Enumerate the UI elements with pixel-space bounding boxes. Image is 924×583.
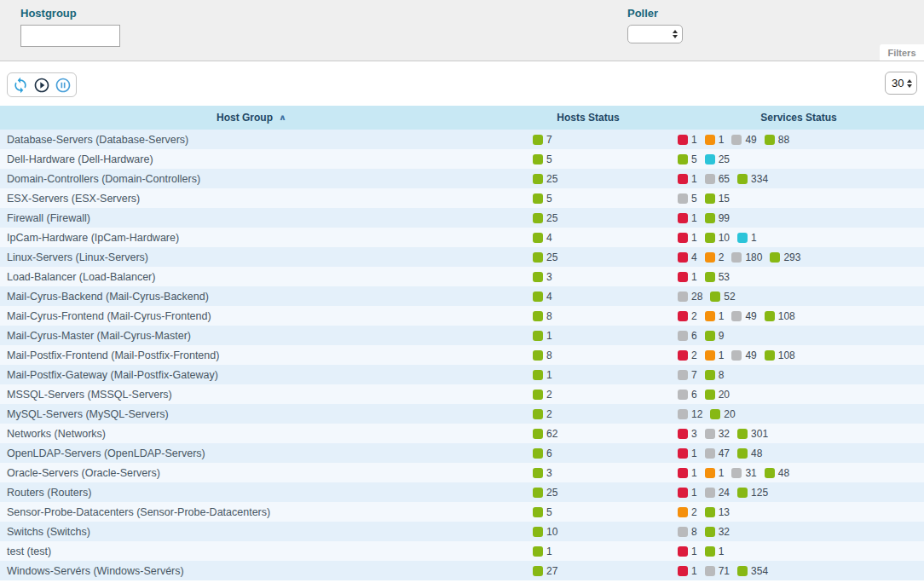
hostgroup-link[interactable]: Oracle-Servers (Oracle-Servers)	[7, 467, 160, 479]
status-chip-up[interactable]: 5	[533, 506, 552, 518]
status-chip-critical[interactable]: 1	[678, 545, 697, 557]
status-chip-up[interactable]: 4	[533, 232, 552, 244]
status-chip-up[interactable]: 25	[533, 487, 557, 499]
hostgroup-link[interactable]: Sensor-Probe-Datacenters (Sensor-Probe-D…	[7, 506, 270, 518]
status-chip-ok[interactable]: 125	[737, 487, 768, 499]
status-chip-ok[interactable]: 108	[765, 310, 795, 322]
status-chip-unknown[interactable]: 7	[678, 369, 697, 381]
hostgroup-link[interactable]: Linux-Servers (Linux-Servers)	[7, 251, 148, 263]
status-chip-critical[interactable]: 1	[678, 173, 697, 185]
status-chip-critical[interactable]: 3	[678, 428, 697, 440]
hostgroup-link[interactable]: IpCam-Hardware (IpCam-Hardware)	[7, 232, 179, 244]
status-chip-unknown[interactable]: 6	[678, 389, 697, 401]
status-chip-critical[interactable]: 1	[678, 212, 697, 224]
hostgroup-link[interactable]: Mail-Cyrus-Backend (Mail-Cyrus-Backend)	[7, 291, 209, 303]
status-chip-ok[interactable]: 52	[710, 291, 735, 303]
status-chip-ok[interactable]: 293	[770, 251, 800, 263]
hostgroup-input[interactable]	[20, 25, 120, 47]
status-chip-up[interactable]: 3	[533, 271, 552, 283]
status-chip-up[interactable]: 4	[533, 291, 552, 303]
status-chip-up[interactable]: 25	[533, 212, 557, 224]
status-chip-ok[interactable]: 88	[765, 134, 789, 146]
hostgroup-link[interactable]: OpenLDAP-Servers (OpenLDAP-Servers)	[7, 447, 205, 459]
filters-tab[interactable]: Filters	[880, 44, 924, 61]
status-chip-unknown[interactable]: 49	[731, 349, 756, 361]
status-chip-up[interactable]: 25	[533, 251, 557, 263]
status-chip-critical[interactable]: 1	[678, 467, 697, 479]
hostgroup-link[interactable]: Networks (Networks)	[7, 428, 106, 440]
status-chip-unknown[interactable]: 12	[678, 408, 702, 420]
status-chip-unknown[interactable]: 8	[678, 526, 697, 538]
status-chip-critical[interactable]: 1	[678, 134, 697, 146]
hostgroup-link[interactable]: Windows-Servérs (Windows-Servérs)	[7, 565, 184, 577]
status-chip-up[interactable]: 5	[533, 153, 552, 165]
status-chip-up[interactable]: 8	[533, 310, 552, 322]
status-chip-up[interactable]: 1	[533, 545, 552, 557]
status-chip-ok[interactable]: 9	[705, 330, 725, 342]
status-chip-critical[interactable]: 1	[678, 271, 697, 283]
status-chip-unknown[interactable]: 32	[705, 428, 730, 440]
pause-icon[interactable]	[54, 76, 72, 95]
status-chip-ok[interactable]: 20	[705, 389, 730, 401]
status-chip-critical[interactable]: 2	[678, 310, 697, 322]
hostgroup-link[interactable]: Mail-Postfix-Gateway (Mail-Postfix-Gatew…	[7, 369, 218, 381]
column-header-host-group[interactable]: Host Group∧	[0, 112, 503, 124]
hostgroup-link[interactable]: Mail-Cyrus-Master (Mail-Cyrus-Master)	[7, 330, 191, 342]
status-chip-warning[interactable]: 1	[705, 467, 725, 479]
status-chip-ok[interactable]: 53	[705, 271, 730, 283]
refresh-icon[interactable]	[11, 76, 30, 95]
status-chip-critical[interactable]: 1	[678, 487, 697, 499]
hostgroup-link[interactable]: Firewall (Firewall)	[7, 212, 90, 224]
play-icon[interactable]	[32, 76, 51, 95]
status-chip-up[interactable]: 2	[533, 389, 552, 401]
status-chip-unknown[interactable]: 180	[731, 251, 762, 263]
status-chip-ok[interactable]: 10	[705, 232, 730, 244]
status-chip-unknown[interactable]: 47	[705, 447, 730, 459]
status-chip-warning[interactable]: 2	[705, 251, 725, 263]
status-chip-up[interactable]: 2	[533, 408, 552, 420]
status-chip-up[interactable]: 25	[533, 173, 557, 185]
status-chip-up[interactable]: 8	[533, 349, 552, 361]
status-chip-unknown[interactable]: 71	[705, 565, 730, 577]
status-chip-ok[interactable]: 334	[737, 173, 768, 185]
status-chip-ok[interactable]: 48	[765, 467, 789, 479]
hostgroup-link[interactable]: test (test)	[7, 545, 51, 557]
status-chip-ok[interactable]: 15	[705, 193, 730, 205]
poller-select[interactable]	[627, 25, 683, 43]
status-chip-ok[interactable]: 13	[705, 506, 730, 518]
status-chip-critical[interactable]: 1	[678, 565, 697, 577]
hostgroup-link[interactable]: Switchs (Switchs)	[7, 526, 90, 538]
status-chip-warning[interactable]: 1	[705, 134, 725, 146]
hostgroup-link[interactable]: Database-Servers (Database-Servers)	[7, 134, 188, 146]
status-chip-unknown[interactable]: 31	[731, 467, 756, 479]
status-chip-unknown[interactable]: 24	[705, 487, 730, 499]
hostgroup-link[interactable]: Load-Balancer (Load-Balancer)	[7, 271, 155, 283]
status-chip-critical[interactable]: 1	[678, 232, 697, 244]
column-header-hosts-status[interactable]: Hosts Status	[503, 112, 673, 124]
hostgroup-link[interactable]: Dell-Hardware (Dell-Hardware)	[7, 153, 153, 165]
status-chip-ok[interactable]: 20	[710, 408, 735, 420]
status-chip-up[interactable]: 27	[533, 565, 557, 577]
status-chip-ok[interactable]: 354	[737, 565, 768, 577]
column-header-services-status[interactable]: Services Status	[673, 112, 924, 124]
status-chip-ok[interactable]: 8	[705, 369, 725, 381]
hostgroup-link[interactable]: MSSQL-Servers (MSSQL-Servers)	[7, 389, 172, 401]
status-chip-critical[interactable]: 2	[678, 349, 697, 361]
status-chip-up[interactable]: 7	[533, 134, 552, 146]
status-chip-up[interactable]: 6	[533, 447, 552, 459]
status-chip-pending[interactable]: 25	[705, 153, 730, 165]
status-chip-up[interactable]: 5	[533, 193, 552, 205]
status-chip-up[interactable]: 10	[533, 526, 557, 538]
status-chip-warning[interactable]: 2	[678, 506, 697, 518]
status-chip-ok[interactable]: 48	[737, 447, 762, 459]
status-chip-up[interactable]: 62	[533, 428, 557, 440]
status-chip-critical[interactable]: 4	[678, 251, 697, 263]
status-chip-critical[interactable]: 1	[678, 447, 697, 459]
status-chip-unknown[interactable]: 49	[731, 134, 756, 146]
status-chip-ok[interactable]: 5	[678, 153, 697, 165]
status-chip-ok[interactable]: 301	[737, 428, 768, 440]
rows-per-page-select[interactable]: 30	[885, 72, 917, 95]
status-chip-ok[interactable]: 99	[705, 212, 730, 224]
hostgroup-link[interactable]: ESX-Servers (ESX-Servers)	[7, 193, 140, 205]
hostgroup-link[interactable]: Routers (Routers)	[7, 487, 91, 499]
